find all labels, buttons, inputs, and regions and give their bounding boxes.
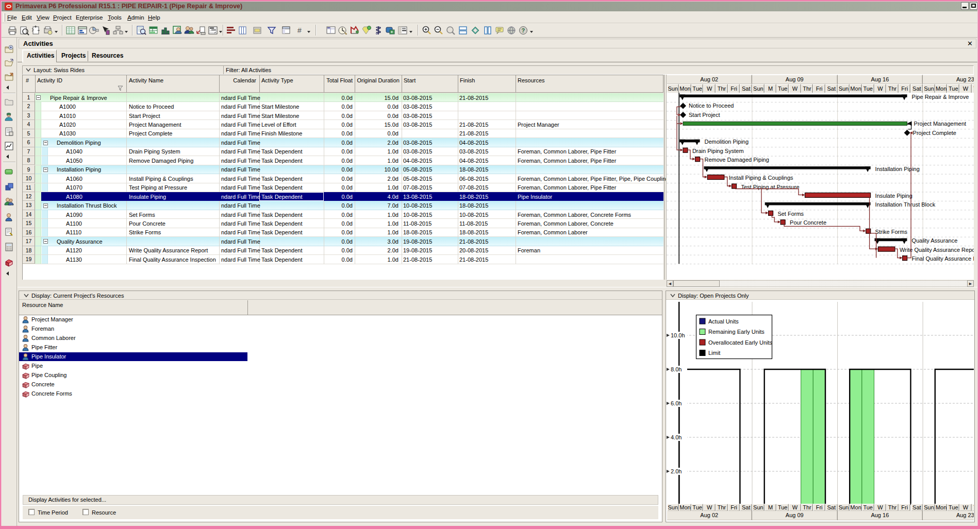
svg-text:Installation Piping: Installation Piping [875,166,920,172]
svg-text:Demolition Piping: Demolition Piping [705,139,749,145]
svg-text:?: ? [522,27,525,33]
svg-text:Drain Piping System: Drain Piping System [692,148,744,154]
svg-text:Project Management: Project Management [914,121,967,127]
svg-text:Install Piping & Couplings: Install Piping & Couplings [729,175,793,181]
svg-text:Actual Units: Actual Units [708,318,739,325]
svg-text:Pour Concrete: Pour Concrete [790,219,826,226]
svg-text:10.0h: 10.0h [671,332,685,338]
svg-text:Insulate Piping: Insulate Piping [875,193,912,199]
svg-text:Remove Damaged Piping: Remove Damaged Piping [705,157,769,163]
svg-text:Final Quality Assurance Inspec: Final Quality Assurance Inspection [912,255,974,262]
svg-text:Strike Forms: Strike Forms [875,229,908,235]
svg-text:6.0h: 6.0h [671,400,682,406]
svg-text:4.0h: 4.0h [671,434,682,440]
svg-text:Project Complete: Project Complete [913,130,956,136]
svg-text:Set Forms: Set Forms [777,211,804,217]
svg-text:2.0h: 2.0h [671,468,682,474]
svg-text:Limit: Limit [708,350,720,356]
svg-text:Overallocated Early Units: Overallocated Early Units [708,339,773,346]
svg-text:Notice to Proceed: Notice to Proceed [689,103,734,109]
svg-text:Start Project: Start Project [689,112,720,118]
svg-text:8.0h: 8.0h [671,366,682,372]
svg-text:#: # [297,26,302,35]
svg-text:Installation Thrust Block: Installation Thrust Block [875,201,936,208]
svg-text:Quality Assurance: Quality Assurance [912,237,958,244]
svg-text:Remaining Early Units: Remaining Early Units [708,329,765,335]
svg-text:Pipe Repair & Improve: Pipe Repair & Improve [912,94,969,100]
